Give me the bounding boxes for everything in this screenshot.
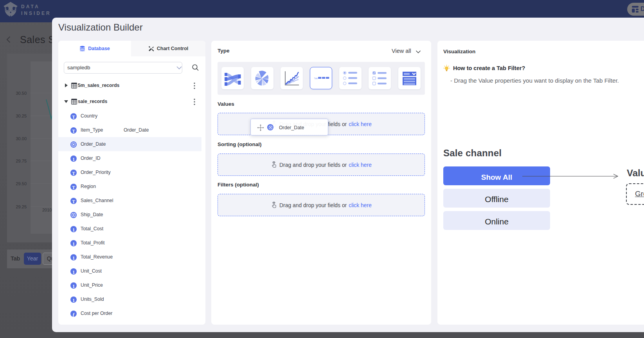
svg-text:Tab: Tab [314,77,318,80]
